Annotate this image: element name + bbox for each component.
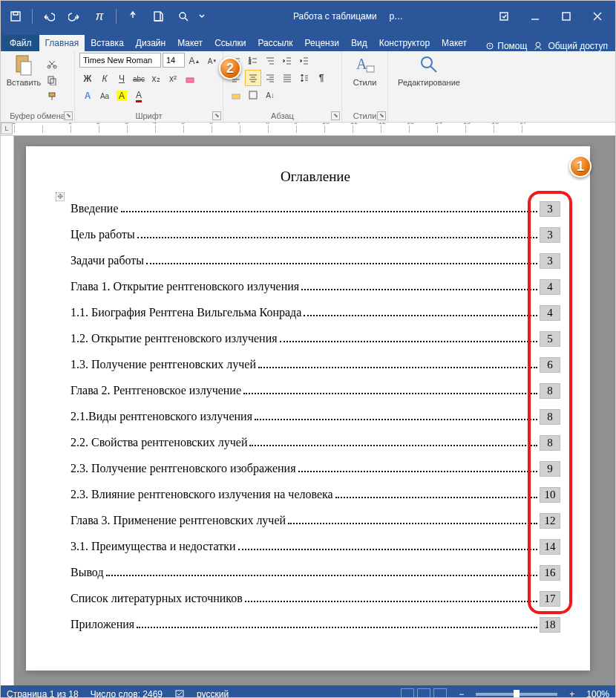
document-area[interactable]: 1 Оглавление ✥ Введение3 Цель работы3Зад… (1, 136, 615, 685)
tab-layout[interactable]: Макет (171, 35, 209, 51)
toc-text[interactable]: Вывод (71, 566, 104, 579)
increase-indent-button[interactable] (296, 53, 312, 69)
numbering-button[interactable]: 12 (245, 53, 261, 69)
view-read-button[interactable] (401, 688, 414, 698)
bold-button[interactable]: Ж (79, 71, 96, 87)
toc-row[interactable]: 1.1. Биография Рентгена Вильгельма Конра… (71, 305, 560, 321)
clear-format-button[interactable] (182, 71, 198, 87)
status-proofing-icon[interactable] (174, 688, 185, 699)
toc-text[interactable]: Список литературных источников (71, 592, 243, 605)
zoom-slider[interactable] (476, 693, 557, 696)
table-move-handle[interactable]: ✥ (56, 192, 65, 201)
toc-page-cell[interactable]: 18 (540, 617, 560, 633)
toc-text[interactable]: 1.1. Биография Рентгена Вильгельма Конра… (71, 306, 301, 319)
zoom-out-button[interactable]: − (459, 689, 464, 698)
superscript-button[interactable]: x² (165, 71, 181, 87)
toc-page-cell[interactable]: 5 (540, 331, 560, 347)
toc-row[interactable]: 1.2. Открытие рентгеновского излучения 5 (71, 331, 560, 347)
grow-font-button[interactable]: A▲ (186, 53, 203, 69)
status-language[interactable]: русский (197, 689, 229, 698)
status-words[interactable]: Число слов: 2469 (91, 689, 163, 698)
toc-page-cell[interactable]: 3 (540, 253, 560, 269)
equation-button[interactable]: π (88, 4, 111, 28)
toc-text[interactable]: Глава 3. Применение рентгеновских лучей (71, 514, 286, 527)
redo-button[interactable] (62, 4, 86, 28)
toc-text[interactable]: 3.1. Преимущества и недостатки (71, 540, 236, 553)
styles-launcher[interactable]: ⬊ (377, 111, 386, 120)
shading-button[interactable] (228, 87, 244, 103)
toc-text[interactable]: 1.3. Получение рентгеновских лучей (71, 358, 256, 371)
toc-row[interactable]: Введение3 (71, 201, 560, 217)
tab-design[interactable]: Дизайн (130, 35, 171, 51)
line-spacing-button[interactable] (296, 70, 312, 86)
toc-row[interactable]: Глава 1. Открытие рентгеновского излучен… (71, 279, 560, 295)
toc-page-cell[interactable]: 9 (540, 461, 560, 477)
paste-button[interactable]: Вставить (5, 53, 42, 87)
align-center-button[interactable] (245, 70, 261, 86)
tab-mailings[interactable]: Рассылк (252, 35, 298, 51)
new-doc-button[interactable] (146, 4, 170, 28)
toc-row[interactable]: 2.1.Виды рентгеновского излучения8 (71, 409, 560, 425)
toc-text[interactable]: 2.3. Влияние рентгеновского излучения на… (71, 488, 333, 501)
copy-button[interactable] (44, 72, 60, 88)
toc-row[interactable]: 2.3. Получение рентгеновского изображени… (71, 461, 560, 477)
align-justify-button[interactable] (279, 70, 295, 86)
ruler-corner[interactable]: L (1, 123, 13, 134)
toc-page-cell[interactable]: 10 (540, 487, 560, 503)
paragraph-launcher[interactable]: ⬊ (331, 111, 340, 120)
highlight-button[interactable]: A (114, 88, 130, 104)
toc-page-cell[interactable]: 3 (540, 201, 560, 217)
toc-text[interactable]: 2.2. Свойства рентгеновских лучей (71, 436, 247, 449)
toc-page-cell[interactable]: 6 (540, 357, 560, 373)
italic-button[interactable]: К (96, 71, 113, 87)
toc-page-cell[interactable]: 16 (540, 565, 560, 581)
font-launcher[interactable]: ⬊ (212, 111, 221, 120)
tab-home[interactable]: Главная (39, 35, 85, 51)
toc-text[interactable]: 2.3. Получение рентгеновского изображени… (71, 462, 296, 475)
toc-page-cell[interactable]: 3 (540, 227, 560, 243)
toc-text[interactable]: Глава 1. Открытие рентгеновского излучен… (71, 280, 299, 293)
tell-me[interactable]: Помощ (485, 41, 527, 51)
toc-page-cell[interactable]: 17 (540, 591, 560, 607)
borders-button[interactable] (245, 87, 261, 103)
toc-text[interactable]: Цель работы (71, 228, 135, 241)
shrink-font-button[interactable]: A▼ (204, 53, 220, 69)
close-button[interactable] (583, 4, 612, 28)
clipboard-launcher[interactable]: ⬊ (64, 111, 73, 120)
toc-row[interactable]: Вывод16 (71, 565, 560, 581)
view-print-button[interactable] (417, 688, 430, 698)
print-preview-button[interactable] (171, 4, 195, 28)
zoom-in-button[interactable]: + (569, 689, 574, 698)
status-page[interactable]: Страница 1 из 18 (7, 689, 79, 698)
tab-review[interactable]: Рецензи (299, 35, 345, 51)
minimize-button[interactable] (520, 4, 550, 28)
ribbon-options-button[interactable] (489, 4, 519, 28)
toc-text[interactable]: 2.1.Виды рентгеновского излучения (71, 410, 252, 423)
styles-button[interactable]: A Стили (347, 53, 383, 87)
vertical-ruler[interactable] (1, 136, 14, 685)
page[interactable]: 1 Оглавление ✥ Введение3 Цель работы3Зад… (26, 146, 590, 671)
toc-row[interactable]: Приложения18 (71, 617, 560, 633)
touch-mode-button[interactable] (121, 4, 145, 28)
doc-heading[interactable]: Оглавление (71, 169, 560, 185)
tab-table-layout[interactable]: Макет (436, 35, 473, 51)
toc-page-cell[interactable]: 14 (540, 539, 560, 555)
toc-text[interactable]: Задачи работы (71, 254, 144, 267)
sort-button[interactable]: A↓ (262, 87, 278, 103)
toc-page-cell[interactable]: 4 (540, 279, 560, 295)
text-effects-button[interactable]: A (79, 88, 96, 104)
format-painter-button[interactable] (44, 88, 60, 105)
share-button[interactable]: Общий доступ (534, 41, 608, 51)
toc-row[interactable]: 1.3. Получение рентгеновских лучей6 (71, 357, 560, 373)
toc-row[interactable]: 2.3. Влияние рентгеновского излучения на… (71, 487, 560, 503)
show-marks-button[interactable]: ¶ (313, 70, 330, 86)
toc-page-cell[interactable]: 8 (540, 409, 560, 425)
toc-page-cell[interactable]: 12 (540, 513, 560, 529)
font-size-input[interactable] (163, 53, 185, 68)
toc-row[interactable]: 3.1. Преимущества и недостатки14 (71, 539, 560, 555)
tab-table-design[interactable]: Конструктор (373, 35, 436, 51)
cut-button[interactable] (44, 56, 60, 72)
toc-row[interactable]: Цель работы3 (71, 227, 560, 243)
multilevel-button[interactable] (262, 53, 278, 69)
strike-button[interactable]: abc (131, 71, 147, 87)
